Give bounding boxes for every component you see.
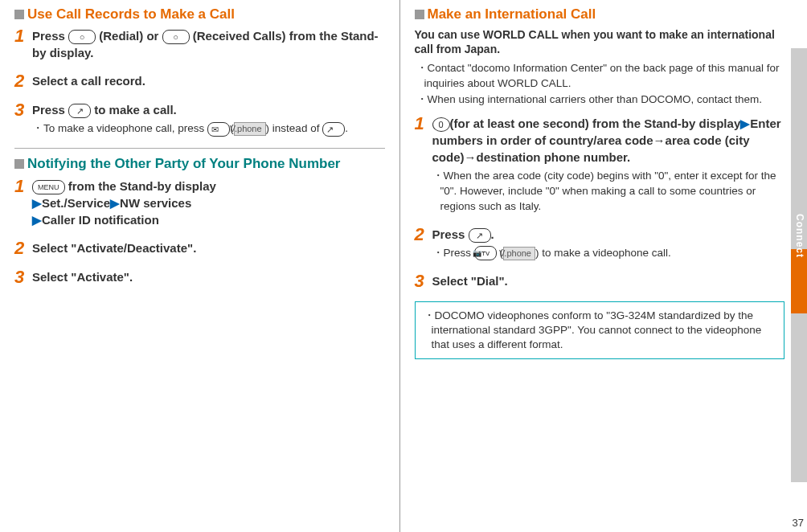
step-1: 1 Press ○ (Redial) or ○ (Received Calls)…: [14, 27, 385, 61]
page-number: 37: [793, 517, 804, 529]
step-sub: ・Press 📷ᴛᴠ (V.phone) to make a videophon…: [432, 246, 785, 261]
step-body: Select "Activate".: [32, 268, 385, 285]
camera-tv-key-icon: 📷ᴛᴠ: [474, 246, 497, 260]
note-text: ・DOCOMO videophones conform to "3G-324M …: [424, 309, 776, 353]
step-body: Select "Activate/Deactivate".: [32, 239, 385, 256]
vphone-label: V.phone: [503, 247, 535, 260]
redial-key-icon: ○: [68, 30, 96, 44]
side-tab-label: Connect: [794, 214, 805, 258]
text: Set./Service: [42, 196, 110, 210]
title-text: Notifying the Other Party of Your Phone …: [27, 155, 340, 173]
text: ) to make a videophone call.: [535, 247, 671, 259]
square-bullet-icon: [14, 159, 24, 169]
step-number: 2: [415, 226, 432, 243]
step-body: MENU from the Stand-by display ▶Set./Ser…: [32, 178, 385, 228]
text: from the Stand-by display: [65, 179, 216, 193]
side-tab: [791, 48, 807, 482]
text: ) instead of: [266, 122, 323, 134]
chevron-icon: ▶: [32, 196, 42, 210]
note-box: ・DOCOMO videophones conform to "3G-324M …: [415, 301, 785, 360]
text: Press: [32, 29, 68, 43]
text: Caller ID notification: [42, 213, 159, 227]
step-number: 2: [14, 72, 32, 90]
step-number: 1: [415, 115, 432, 133]
square-bullet-icon: [415, 10, 424, 19]
intro-text: You can use WORLD CALL when you want to …: [415, 27, 785, 56]
step-3: 3 Press ↗ to make a call. ・To make a vid…: [14, 101, 385, 137]
section-title-caller-id: Notifying the Other Party of Your Phone …: [14, 155, 385, 173]
chevron-icon: ▶: [110, 196, 120, 210]
zero-key-icon: 0: [432, 117, 450, 132]
step-r2: 2 Press ↗. ・Press 📷ᴛᴠ (V.phone) to make …: [415, 226, 785, 261]
text: Press: [432, 227, 469, 241]
step-3b: 3 Select "Activate".: [14, 268, 385, 286]
received-key-icon: ○: [162, 30, 190, 44]
step-body: Select "Dial".: [432, 272, 785, 289]
step-2b: 2 Select "Activate/Deactivate".: [14, 239, 385, 257]
section-title-call-records: Use Call Records to Make a Call: [14, 6, 385, 23]
text: .: [491, 227, 494, 241]
step-sub: ・When the area code (city code) begins w…: [432, 169, 785, 215]
title-text: Make an International Call: [428, 6, 596, 23]
step-sub: ・To make a videophone call, press ✉(V.ph…: [32, 121, 385, 137]
step-number: 2: [14, 239, 32, 257]
section-title-intl: Make an International Call: [415, 6, 785, 23]
step-number: 1: [14, 27, 32, 45]
step-body: Press ↗. ・Press 📷ᴛᴠ (V.phone) to make a …: [432, 226, 785, 261]
step-number: 3: [14, 101, 32, 119]
step-1b: 1 MENU from the Stand-by display ▶Set./S…: [14, 178, 385, 228]
step-number: 3: [14, 268, 32, 286]
text: NW services: [120, 196, 191, 210]
vphone-label: V.phone: [234, 122, 266, 136]
text: (for at least one second) from the Stand…: [450, 117, 741, 130]
menu-key-icon: MENU: [32, 180, 65, 194]
chevron-icon: ▶: [32, 213, 42, 227]
divider: [14, 148, 385, 149]
text: ・Press: [432, 247, 474, 259]
title-text: Use Call Records to Make a Call: [27, 6, 235, 23]
bullet-item: ・When using international carriers other…: [415, 92, 785, 107]
square-bullet-icon: [14, 10, 24, 19]
step-body: 0(for at least one second) from the Stan…: [432, 115, 785, 215]
call-key-icon: ↗: [68, 104, 91, 118]
text: (Redial) or: [96, 29, 162, 43]
step-body: Press ↗ to make a call. ・To make a video…: [32, 101, 385, 137]
text: ・To make a videophone call, press: [32, 122, 207, 134]
step-r1: 1 0(for at least one second) from the St…: [415, 115, 785, 215]
call-key-icon: ↗: [469, 228, 491, 243]
bullet-item: ・Contact "docomo Information Center" on …: [415, 61, 785, 90]
step-2: 2 Select a call record.: [14, 72, 385, 90]
step-number: 1: [14, 178, 32, 195]
text: to make a call.: [91, 103, 177, 117]
step-body: Press ○ (Redial) or ○ (Received Calls) f…: [32, 27, 385, 61]
bullet-list: ・Contact "docomo Information Center" on …: [415, 61, 785, 107]
step-body: Select a call record.: [32, 72, 385, 89]
text: Press: [32, 103, 68, 117]
text: .: [345, 122, 348, 134]
mail-key-icon: ✉: [207, 122, 230, 137]
step-number: 3: [415, 272, 432, 290]
call-key-icon: ↗: [322, 122, 345, 137]
chevron-icon: ▶: [740, 117, 750, 130]
step-r3: 3 Select "Dial".: [415, 272, 785, 290]
